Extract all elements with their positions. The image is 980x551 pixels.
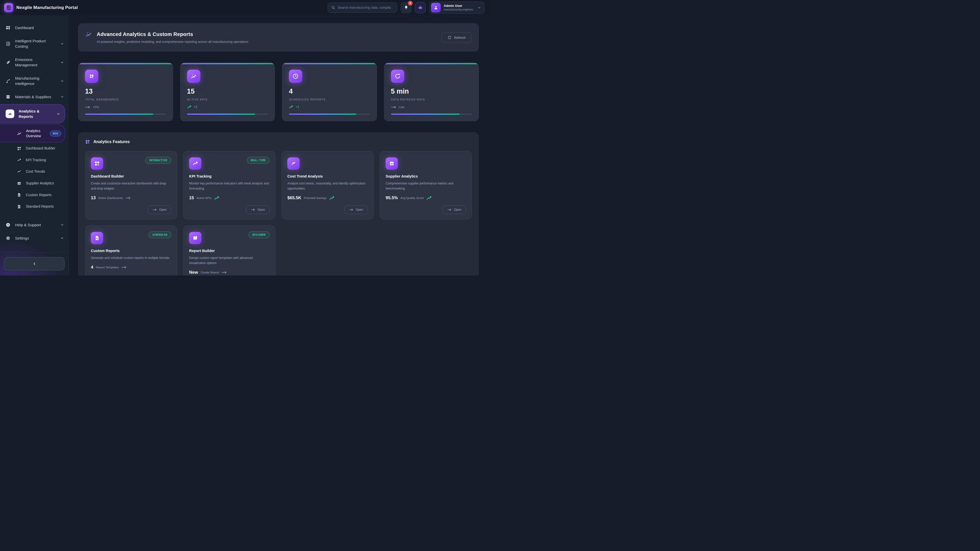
sidebar-item-help-support[interactable]: ? Help & Support <box>0 219 68 231</box>
chevron-left-icon <box>32 262 37 266</box>
features-grid: INTERACTIVE Dashboard Builder Create and… <box>85 151 472 275</box>
ai-assistant-button[interactable] <box>415 2 426 13</box>
report-file-icon <box>17 204 22 209</box>
stat-value: 13 <box>85 87 166 95</box>
sidebar-nav: Dashboard Intelligent Product Costing Em… <box>0 15 68 252</box>
feature-card-kpi-tracking[interactable]: REAL-TIME KPI Tracking Monitor key perfo… <box>183 151 275 219</box>
chevron-down-icon <box>60 95 64 99</box>
sidebar-footer <box>0 252 68 275</box>
sidebar-item-emissions-management[interactable]: Emissions Management <box>0 54 68 71</box>
feature-card-custom-reports[interactable]: SCHEDULED Custom Reports Generate and sc… <box>85 225 177 275</box>
refresh-icon <box>391 70 404 83</box>
feature-card-cost-trend-analysis[interactable]: Cost Trend Analysis Analyze cost trends,… <box>282 151 374 219</box>
open-button[interactable]: Open <box>344 205 368 214</box>
sidebar-item-settings[interactable]: Settings <box>0 232 68 244</box>
sidebar-subitem-analytics-overview[interactable]: Analytics Overview NEW <box>0 125 65 142</box>
sidebar-collapse-button[interactable] <box>4 257 65 270</box>
sidebar-item-label: Settings <box>15 235 29 241</box>
notifications-button[interactable]: 6 <box>401 2 411 13</box>
status-badge: SCHEDULED <box>148 231 171 238</box>
sidebar-item-label: Intelligent Product Costing <box>15 38 54 49</box>
chevron-down-icon <box>60 42 64 46</box>
search-icon <box>331 5 335 10</box>
refresh-button[interactable]: Refresh <box>442 32 471 43</box>
sidebar-subitem-standard-reports[interactable]: Standard Reports <box>0 201 68 212</box>
arrow-right-icon <box>251 208 255 211</box>
trend-up-icon <box>426 196 432 200</box>
stat-label: ACTIVE KPIS <box>187 98 268 101</box>
arrow-right-icon <box>349 208 353 211</box>
feature-title: Dashboard Builder <box>91 174 171 178</box>
sparkle-trend-icon <box>17 131 22 136</box>
sparkle-trend-icon <box>187 70 200 83</box>
sidebar-item-dashboard[interactable]: Dashboard <box>0 22 68 34</box>
sidebar-subitem-kpi-tracking[interactable]: KPI Tracking <box>0 155 68 166</box>
sidebar-item-intelligent-product-costing[interactable]: Intelligent Product Costing <box>0 35 68 52</box>
user-menu[interactable]: Admin User manufacturing engineer <box>429 2 484 14</box>
stat-label: DATA REFRESH RATE <box>391 98 472 101</box>
feature-card-report-builder[interactable]: DESIGNER Report Builder Design custom re… <box>183 225 275 275</box>
open-button[interactable]: Open <box>246 205 269 214</box>
sidebar-item-analytics-reports[interactable]: Analytics & Reports <box>0 104 65 124</box>
bar-chart-icon <box>6 110 14 118</box>
feature-description: Analyze cost trends, seasonality, and id… <box>287 181 368 191</box>
progress-bar <box>85 114 166 115</box>
feature-description: Comprehensive supplier performance metri… <box>386 181 466 191</box>
document-icon <box>17 192 22 197</box>
avatar <box>431 3 441 13</box>
feature-stat: $65.5K Potential Savings <box>287 195 368 200</box>
trend-up-icon <box>187 105 192 109</box>
open-button[interactable]: Open <box>442 205 466 214</box>
feature-card-supplier-analytics[interactable]: Supplier Analytics Comprehensive supplie… <box>380 151 472 219</box>
sidebar-item-manufacturing-intelligence[interactable]: Manufacturing Intelligence <box>0 72 68 89</box>
long-arrow-right-icon <box>391 105 396 109</box>
chevron-down-icon <box>60 79 64 83</box>
document-icon <box>91 232 103 244</box>
chevron-down-icon <box>60 60 64 64</box>
progress-bar <box>391 114 472 115</box>
open-button[interactable]: Open <box>148 205 171 214</box>
refresh-label: Refresh <box>454 36 466 40</box>
stat-trend: +1 <box>289 105 370 109</box>
bar-chart-icon <box>386 157 398 170</box>
section-title: Analytics Features <box>94 140 130 144</box>
trend-up-icon <box>17 158 22 162</box>
long-arrow-right-icon <box>85 105 91 109</box>
refresh-icon <box>447 35 452 40</box>
search-input[interactable] <box>338 6 394 10</box>
chevron-down-icon <box>60 223 64 227</box>
chevron-down-icon <box>60 236 64 240</box>
feature-description: Monitor key performance indicators with … <box>189 181 269 191</box>
sidebar-item-materials-suppliers[interactable]: Materials & Suppliers <box>0 91 68 103</box>
clock-icon <box>289 70 302 83</box>
long-arrow-right-icon <box>125 196 131 200</box>
bell-icon <box>404 5 409 10</box>
bar-chart-icon <box>17 181 22 186</box>
calculator-icon <box>6 41 11 46</box>
grid-plus-icon <box>91 157 103 170</box>
feature-stat: New Create Report <box>189 270 269 275</box>
search-box[interactable] <box>328 3 397 13</box>
sidebar-subitem-label: Supplier Analytics <box>26 181 54 186</box>
sidebar-subitem-custom-reports[interactable]: Custom Reports <box>0 189 68 201</box>
stat-card-data-refresh-rate: 5 min DATA REFRESH RATE Live <box>384 63 479 121</box>
feature-description: Generate and schedule custom reports in … <box>91 256 171 261</box>
stat-trend: Live <box>391 105 472 109</box>
sidebar-subitem-dashboard-builder[interactable]: Dashboard Builder <box>0 143 68 154</box>
sidebar-subitem-supplier-analytics[interactable]: Supplier Analytics <box>0 178 68 189</box>
trend-up-icon <box>329 196 335 200</box>
gear-icon <box>6 236 11 241</box>
sidebar-subitem-cost-trends[interactable]: Cost Trends <box>0 166 68 177</box>
trend-line-icon <box>287 157 300 170</box>
sidebar-subitem-label: Cost Trends <box>26 169 45 174</box>
stat-trend: +0% <box>85 105 166 109</box>
stat-value: 5 min <box>391 87 472 95</box>
trend-up-icon <box>214 196 220 200</box>
feature-title: Custom Reports <box>91 249 171 253</box>
app-title: Nexgile Manufacturing Portal <box>16 5 78 10</box>
question-circle-icon: ? <box>6 222 11 227</box>
feature-card-dashboard-builder[interactable]: INTERACTIVE Dashboard Builder Create and… <box>85 151 177 219</box>
sidebar-item-label: Analytics & Reports <box>19 108 52 119</box>
section-header: Analytics Features <box>85 139 472 144</box>
user-role: manufacturing engineer <box>444 8 473 11</box>
